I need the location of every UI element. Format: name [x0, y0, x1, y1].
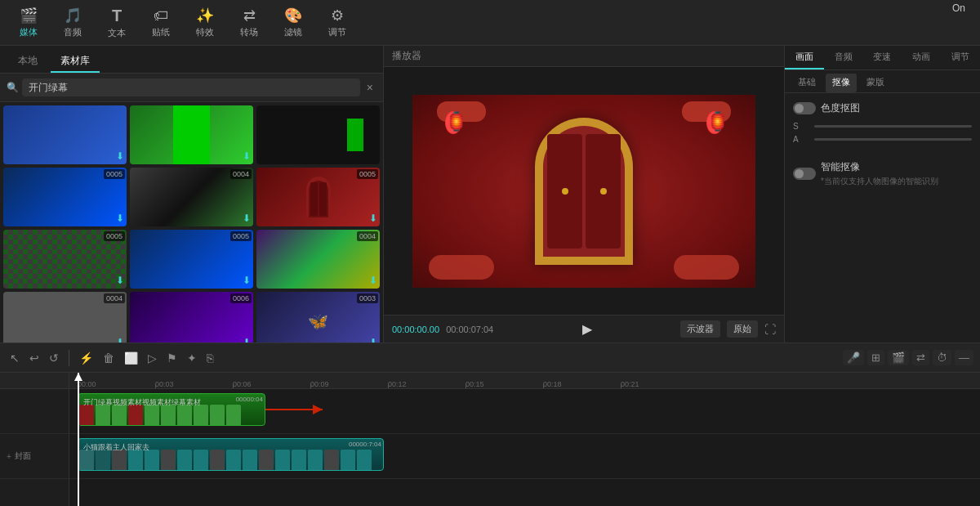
- download-icon[interactable]: ⬇: [116, 150, 124, 162]
- smart-section: 智能抠像 *当前仅支持人物图像的智能识别: [793, 155, 972, 192]
- download-icon[interactable]: ⬇: [369, 275, 377, 286]
- list-item[interactable]: 0005 ⬇: [130, 230, 253, 289]
- crop2-btn[interactable]: ⊞: [867, 350, 884, 365]
- slider-a-track[interactable]: [814, 138, 972, 141]
- cloud-deco-right: [674, 255, 739, 280]
- list-item[interactable]: 🦋 0003 ⬇: [256, 292, 380, 343]
- search-input[interactable]: [22, 78, 360, 96]
- list-item[interactable]: 0005 ⬇: [3, 230, 127, 289]
- list-item[interactable]: [256, 105, 380, 164]
- frame: [177, 450, 192, 470]
- transition2-btn[interactable]: ⇄: [912, 350, 929, 365]
- copy-btn[interactable]: ⎘: [203, 350, 216, 366]
- download-icon[interactable]: ⬇: [369, 213, 377, 224]
- play-clip-btn[interactable]: ▷: [145, 350, 160, 366]
- download-icon[interactable]: ⬇: [243, 275, 251, 286]
- chroma-toggle[interactable]: [793, 102, 816, 114]
- chroma-section: 色度抠图 S A: [793, 101, 972, 144]
- asset-badge: 0006: [230, 293, 252, 303]
- asset-badge: 0005: [230, 231, 252, 241]
- filter-icon: 🎨: [284, 7, 302, 25]
- smart-info: 智能抠像 *当前仅支持人物图像的智能识别: [821, 160, 938, 187]
- toolbar-transition[interactable]: ⇄ 转场: [229, 3, 270, 43]
- tab-picture[interactable]: 画面: [785, 46, 824, 69]
- download-icon[interactable]: ⬇: [116, 337, 124, 343]
- download-icon[interactable]: ⬇: [243, 213, 251, 224]
- sub-tab-keying[interactable]: 抠像: [826, 74, 857, 92]
- tl-left-labels: + 封面: [0, 373, 69, 506]
- list-item[interactable]: 0005 ⬇: [256, 168, 380, 226]
- fullscreen-icon[interactable]: ⛶: [764, 323, 776, 336]
- frame: [194, 450, 208, 470]
- frame: [308, 450, 323, 470]
- play-button[interactable]: ▶: [582, 321, 592, 337]
- tab-library[interactable]: 素材库: [51, 51, 100, 73]
- sub-tab-mask[interactable]: 蒙版: [860, 74, 891, 92]
- tab-audio[interactable]: 音频: [824, 46, 863, 69]
- door-half-right: [586, 134, 621, 249]
- marker-btn[interactable]: ⚑: [163, 350, 180, 366]
- video-btn[interactable]: 🎬: [888, 350, 909, 365]
- list-item[interactable]: 0004 ⬇: [3, 292, 127, 343]
- list-item[interactable]: 0004 ⬇: [130, 168, 253, 226]
- ruler-tick-4: 00:12: [388, 380, 407, 388]
- minus-btn[interactable]: —: [955, 350, 973, 365]
- tl-playhead[interactable]: [78, 373, 79, 506]
- download-icon[interactable]: ⬇: [243, 150, 251, 162]
- track-label-2: + 封面: [0, 434, 69, 479]
- tab-adjust[interactable]: 调节: [941, 46, 980, 69]
- smart-toggle[interactable]: [793, 168, 816, 180]
- effect-icon: ✨: [196, 7, 214, 25]
- toolbar-effect[interactable]: ✨ 特效: [185, 3, 225, 43]
- tab-animation[interactable]: 动画: [902, 46, 941, 69]
- delete-btn[interactable]: 🗑: [100, 350, 118, 366]
- download-icon[interactable]: ⬇: [116, 213, 124, 224]
- split-btn[interactable]: ⚡: [76, 350, 96, 366]
- effect-btn[interactable]: ✦: [184, 350, 200, 366]
- list-item[interactable]: ⬇: [130, 105, 253, 164]
- list-item[interactable]: ⬇: [3, 105, 127, 164]
- mic-btn[interactable]: 🎤: [843, 350, 864, 365]
- tl-clip-teal[interactable]: 小猫跟着主人回家去 00000:7:04: [78, 438, 384, 471]
- track-label-cover: 封面: [15, 450, 31, 462]
- toolbar-text[interactable]: T 文本: [96, 3, 137, 43]
- toolbar-audio[interactable]: 🎵 音频: [52, 3, 93, 43]
- add-track-icon[interactable]: +: [7, 452, 11, 461]
- list-item[interactable]: 0006 ⬇: [130, 292, 253, 343]
- chroma-header: 色度抠图: [793, 101, 972, 115]
- download-icon[interactable]: ⬇: [116, 275, 124, 286]
- toolbar-filter[interactable]: 🎨 滤镜: [273, 3, 314, 43]
- download-icon[interactable]: ⬇: [243, 337, 251, 343]
- asset-badge: 0004: [104, 293, 125, 303]
- audio-icon: 🎵: [64, 7, 82, 25]
- cursor-tool[interactable]: ↖: [7, 350, 23, 366]
- time-btn[interactable]: ⏱: [933, 350, 951, 365]
- list-item[interactable]: 0005 ⬇: [3, 168, 127, 226]
- slider-s-track[interactable]: [814, 125, 972, 128]
- ruler-tick-0: 00:00: [78, 380, 96, 388]
- ruler-tick-5: 00:15: [466, 380, 484, 388]
- search-close-icon[interactable]: ×: [363, 79, 376, 96]
- sub-tab-basic[interactable]: 基础: [791, 74, 822, 92]
- tl-clip-green[interactable]: 开门绿幕视频素材视频素材绿幕素材 00000:04: [78, 393, 265, 426]
- toolbar-sticker[interactable]: 🏷 贴纸: [140, 3, 181, 43]
- frame: [357, 450, 372, 470]
- time-current: 00:00:00.00: [392, 325, 439, 334]
- undo-btn[interactable]: ↩: [26, 350, 42, 366]
- clip-time-1: 00000:04: [236, 396, 263, 403]
- tab-local[interactable]: 本地: [8, 51, 47, 73]
- clip-label-1: 开门绿幕视频素材视频素材绿幕素材: [80, 396, 204, 410]
- toolbar-media[interactable]: 🎬 媒体: [8, 3, 49, 43]
- crop-btn[interactable]: ⬜: [121, 350, 141, 366]
- ruler-tick-3: 00:09: [310, 380, 329, 388]
- tab-speed[interactable]: 变速: [863, 46, 902, 69]
- redo-btn[interactable]: ↺: [46, 350, 62, 366]
- list-item[interactable]: 0004 ⬇: [256, 230, 380, 289]
- toolbar-adjust[interactable]: ⚙ 调节: [317, 3, 358, 43]
- door-half-left: [547, 134, 582, 249]
- origin-button[interactable]: 原始: [727, 320, 758, 338]
- download-icon[interactable]: ⬇: [369, 337, 377, 343]
- cloud-deco-left: [429, 255, 494, 280]
- oscilloscope-button[interactable]: 示波器: [680, 320, 720, 338]
- chroma-label: 色度抠图: [821, 101, 860, 115]
